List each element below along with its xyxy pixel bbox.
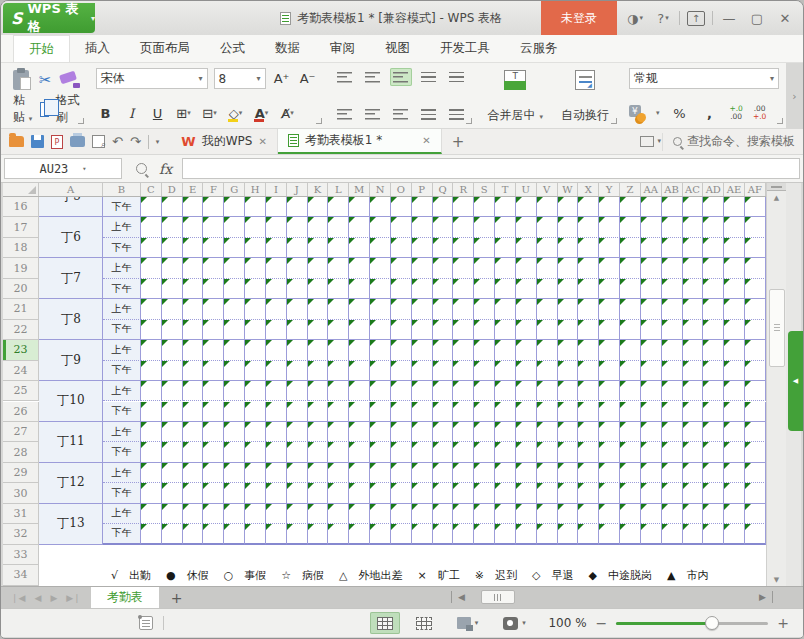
skin-theme-button[interactable]: ◑▾ — [623, 7, 647, 29]
login-button[interactable]: 未登录 — [541, 1, 617, 35]
grid-cell[interactable] — [412, 217, 433, 237]
grid-cell[interactable] — [662, 524, 683, 544]
grid-cell[interactable] — [162, 442, 183, 462]
dialog-launcher-icon[interactable] — [466, 118, 472, 124]
grid-cell[interactable] — [578, 483, 599, 503]
grid-cell[interactable] — [641, 381, 662, 401]
grid-cell[interactable] — [599, 463, 620, 483]
grid-cell[interactable] — [724, 483, 745, 503]
grid-cell[interactable] — [266, 340, 287, 360]
grid-cell[interactable] — [453, 381, 474, 401]
grid-cell[interactable] — [308, 442, 329, 462]
grid-cell[interactable] — [412, 197, 433, 217]
grid-cell[interactable] — [245, 381, 266, 401]
grid-cell[interactable] — [745, 320, 766, 340]
grid-cell[interactable] — [578, 197, 599, 217]
grid-cell[interactable] — [370, 197, 391, 217]
ampm-cell[interactable]: 下午 — [103, 320, 141, 340]
column-header[interactable]: J — [287, 183, 308, 196]
row-header[interactable]: 32 — [3, 524, 39, 544]
grid-cell[interactable] — [474, 422, 495, 442]
grid-cell[interactable] — [662, 483, 683, 503]
grid-cell[interactable] — [703, 524, 724, 544]
grid-cell[interactable] — [183, 258, 204, 278]
grid-cell[interactable] — [266, 504, 287, 524]
grid-cell[interactable] — [349, 463, 370, 483]
grid-cell[interactable] — [308, 463, 329, 483]
grid-cell[interactable] — [662, 442, 683, 462]
distribute-button[interactable] — [446, 105, 468, 123]
grid-cell[interactable] — [391, 299, 412, 319]
open-file-icon[interactable] — [9, 136, 24, 147]
grid-cell[interactable] — [162, 504, 183, 524]
grid-cell[interactable] — [516, 381, 537, 401]
employee-name-cell[interactable]: 丁12 — [39, 463, 103, 504]
employee-name-cell[interactable]: 丁11 — [39, 422, 103, 463]
employee-name-cell[interactable]: 丁9 — [39, 340, 103, 381]
column-header[interactable]: AD — [703, 183, 724, 196]
grid-cell[interactable] — [558, 381, 579, 401]
row-header[interactable]: 33 — [3, 545, 39, 565]
grid-cell[interactable] — [391, 504, 412, 524]
grid-cell[interactable] — [453, 422, 474, 442]
font-size-select[interactable]: 8▾ — [214, 68, 266, 89]
grid-cell[interactable] — [412, 381, 433, 401]
ampm-cell[interactable]: 上午 — [103, 422, 141, 442]
grid-cell[interactable] — [412, 238, 433, 258]
grid-cell[interactable] — [599, 197, 620, 217]
grid-cell[interactable] — [203, 402, 224, 422]
grid-cell[interactable] — [245, 217, 266, 237]
grid-cell[interactable] — [558, 463, 579, 483]
grid-cell[interactable] — [474, 197, 495, 217]
ampm-cell[interactable]: 上午 — [103, 340, 141, 360]
grid-cell[interactable] — [141, 442, 162, 462]
employee-name-cell[interactable]: 丁6 — [39, 217, 103, 258]
grid-cell[interactable] — [683, 442, 704, 462]
grid-cell[interactable] — [203, 238, 224, 258]
grid-cell[interactable] — [370, 238, 391, 258]
first-sheet-icon[interactable]: ❘◀ — [11, 593, 25, 603]
column-header[interactable]: D — [162, 183, 183, 196]
grid-cell[interactable] — [245, 504, 266, 524]
grid-cell[interactable] — [578, 463, 599, 483]
grid-cell[interactable] — [641, 299, 662, 319]
grid-cell[interactable] — [537, 299, 558, 319]
clear-format-button[interactable]: A̸▾ — [278, 103, 298, 123]
grid-cell[interactable] — [537, 340, 558, 360]
horizontal-scroll-thumb[interactable] — [481, 590, 515, 604]
grid-cell[interactable] — [495, 402, 516, 422]
grid-cell[interactable] — [620, 524, 641, 544]
grid-cell[interactable] — [412, 279, 433, 299]
grid-cell[interactable] — [683, 258, 704, 278]
grid-cell[interactable] — [641, 402, 662, 422]
eye-protection-button[interactable]: ▾ — [495, 612, 533, 634]
row-header[interactable]: 26 — [3, 402, 39, 422]
grid-cell[interactable] — [620, 299, 641, 319]
column-header[interactable]: AE — [724, 183, 745, 196]
print-preview-icon[interactable] — [92, 135, 105, 148]
ampm-cell[interactable]: 下午 — [103, 197, 141, 217]
grid-cell[interactable] — [599, 258, 620, 278]
employee-name-cell[interactable]: 丁10 — [39, 381, 103, 422]
grid-cell[interactable] — [349, 320, 370, 340]
formula-input[interactable] — [182, 158, 800, 179]
grid-cell[interactable] — [683, 504, 704, 524]
grid-cell[interactable] — [495, 340, 516, 360]
grid-cell[interactable] — [245, 463, 266, 483]
grid-cell[interactable] — [641, 483, 662, 503]
horizontal-scroll-track[interactable] — [471, 590, 753, 604]
grid-cell[interactable] — [558, 340, 579, 360]
grid-cell[interactable] — [724, 442, 745, 462]
grid-cell[interactable] — [724, 299, 745, 319]
grid-cell[interactable] — [245, 320, 266, 340]
grid-cell[interactable] — [703, 442, 724, 462]
grid-cell[interactable] — [412, 299, 433, 319]
grid-cell[interactable] — [558, 279, 579, 299]
grid-cell[interactable] — [620, 197, 641, 217]
justify-button[interactable] — [418, 105, 440, 123]
grid-cell[interactable] — [662, 361, 683, 381]
grid-cell[interactable] — [558, 320, 579, 340]
grid-cell[interactable] — [724, 217, 745, 237]
grid-cell[interactable] — [433, 299, 454, 319]
grid-cell[interactable] — [724, 340, 745, 360]
